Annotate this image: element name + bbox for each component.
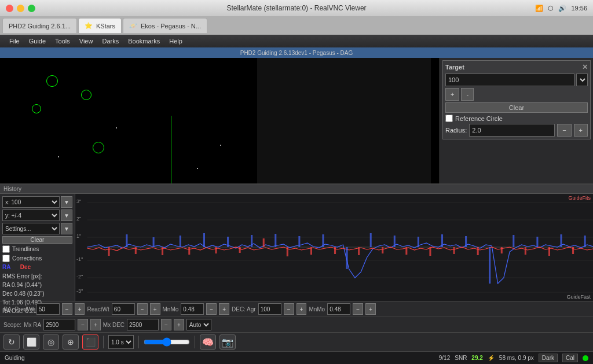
target-title: Target ✕ (445, 63, 588, 71)
mx-ra-input[interactable] (43, 319, 75, 330)
menu-tools[interactable]: Tools (50, 36, 75, 46)
flash-icon: ⚡ (488, 355, 495, 361)
svg-rect-53 (215, 247, 217, 253)
radius-minus-button[interactable]: − (557, 124, 571, 137)
brain-button[interactable]: 🧠 (200, 334, 216, 350)
star-dot (220, 145, 221, 146)
menu-help[interactable]: Help (164, 36, 187, 46)
target-dropdown[interactable]: ▼ (576, 73, 588, 86)
dec-agr-input[interactable] (258, 303, 281, 315)
loop-button[interactable]: ↻ (3, 334, 20, 350)
settings-btn[interactable]: ▼ (61, 223, 72, 234)
exposure-select[interactable]: 1.0 s 0.5 s 2.0 s (108, 335, 134, 349)
dec-mnmo-minus[interactable]: − (353, 303, 363, 315)
radius-plus-button[interactable]: + (574, 124, 588, 137)
mx-ra-plus[interactable]: + (90, 319, 101, 330)
history-header: History (0, 185, 593, 194)
guide-button[interactable]: ◎ (43, 334, 59, 350)
tab-phd2[interactable]: PHD2 Guiding 2.6.1... (2, 18, 77, 33)
controls-row2: Scope: Mx RA − + Mx DEC − + Auto (0, 317, 593, 332)
history-clear-button[interactable]: Clear (2, 236, 72, 244)
close-button[interactable] (6, 5, 13, 12)
menu-bookmarks[interactable]: Bookmarks (123, 36, 164, 46)
reactwt-label: ReactWt (87, 306, 109, 312)
svg-rect-68 (572, 247, 574, 254)
mx-dec-input[interactable] (127, 319, 159, 330)
radius-label: Radius: (445, 127, 467, 134)
bluetooth-icon: ⬡ (548, 5, 554, 12)
svg-rect-67 (548, 247, 550, 256)
tab-kstars-icon: ⭐ (85, 22, 93, 30)
dec-agr-plus[interactable]: + (296, 303, 307, 315)
svg-rect-60 (382, 247, 383, 253)
reactwt-plus[interactable]: + (150, 303, 160, 315)
minimize-button[interactable] (17, 5, 24, 12)
target-value-input[interactable] (445, 73, 574, 86)
target-minus-button[interactable]: - (461, 88, 474, 101)
mx-ra-minus[interactable]: − (78, 319, 88, 330)
svg-rect-43 (465, 236, 467, 247)
menu-view[interactable]: View (75, 36, 98, 46)
svg-rect-64 (477, 247, 479, 255)
ra-label: RA (2, 264, 10, 270)
reactwt-minus[interactable]: − (137, 303, 148, 315)
y-n3-label: -3" (76, 288, 83, 294)
target-plus-button[interactable]: + (445, 88, 459, 101)
ra-predwt-minus[interactable]: − (62, 303, 72, 315)
mnmo-label: MnMo (163, 306, 179, 312)
svg-rect-66 (525, 247, 526, 255)
menu-darks[interactable]: Darks (97, 36, 123, 46)
mnmo-plus[interactable]: + (219, 303, 229, 315)
settings-select[interactable]: Settings... (2, 223, 60, 234)
mx-dec-minus[interactable]: − (161, 319, 171, 330)
target-clear-button[interactable]: Clear (445, 102, 588, 113)
dec-mnmo-input[interactable] (327, 303, 350, 315)
reactwt-input[interactable] (112, 303, 135, 315)
y-scale-select[interactable]: y: +/-4 (2, 209, 60, 221)
star-dot (197, 168, 198, 169)
ra-predwt-input[interactable] (36, 303, 60, 315)
exposure-slider[interactable] (144, 336, 190, 348)
x-scale-btn[interactable]: ▼ (61, 196, 72, 208)
window-controls[interactable] (6, 5, 35, 12)
y-n2-label: -2" (76, 274, 83, 280)
scope-label: Scope: (3, 322, 21, 328)
dec-agr-minus[interactable]: − (284, 303, 294, 315)
y1-label: 1" (76, 233, 81, 239)
y-scale-btn[interactable]: ▼ (61, 209, 72, 221)
ref-circle-checkbox[interactable] (445, 115, 453, 122)
tab-ekos[interactable]: 🪐 Ekos - Pegasus - N... (123, 18, 207, 33)
svg-rect-58 (334, 247, 336, 254)
menu-file[interactable]: File (5, 36, 24, 46)
auto-select[interactable]: Auto (186, 319, 211, 330)
mnmo-input[interactable] (181, 303, 204, 315)
mx-dec-plus[interactable]: + (174, 319, 184, 330)
maximize-button[interactable] (28, 5, 35, 12)
corrections-label: Corrections (12, 255, 42, 262)
menu-bar: File Guide Tools View Darks Bookmarks He… (0, 35, 593, 47)
title-bar: StellarMate (stellarmate:0) - RealVNC Vi… (0, 0, 593, 16)
tab-kstars[interactable]: ⭐ KStars (78, 18, 122, 33)
crosshair-button[interactable]: ⊕ (63, 334, 79, 350)
trendlines-checkbox[interactable] (2, 245, 10, 253)
svg-rect-51 (162, 247, 163, 255)
camera-button[interactable]: 📷 (219, 334, 236, 350)
corrections-checkbox[interactable] (2, 255, 10, 262)
menu-guide[interactable]: Guide (24, 36, 50, 46)
stop-button[interactable]: ⬜ (23, 334, 39, 350)
dec-mnmo-plus[interactable]: + (365, 303, 376, 315)
x-scale-select[interactable]: x: 100 (2, 196, 60, 208)
radius-input[interactable] (469, 124, 555, 137)
cal-badge: Cal (562, 354, 578, 362)
mnmo-minus[interactable]: − (206, 303, 217, 315)
status-right: 9/12 SNR 29.2 ⚡ 58 ms, 0.9 px Dark Cal (439, 354, 588, 362)
clock: 19:56 (571, 5, 587, 12)
target-close-icon[interactable]: ✕ (582, 63, 588, 71)
ref-circle-label: Reference Circle (455, 115, 503, 122)
svg-rect-63 (453, 247, 455, 254)
ra-predwt-plus[interactable]: + (75, 303, 85, 315)
tab-bar: PHD2 Guiding 2.6.1... ⭐ KStars 🪐 Ekos - … (0, 16, 593, 35)
ra-predwt-label: RA: PredWt (3, 306, 34, 312)
stop-guide-button[interactable]: ⬛ (82, 334, 98, 350)
star-circle (46, 75, 58, 87)
